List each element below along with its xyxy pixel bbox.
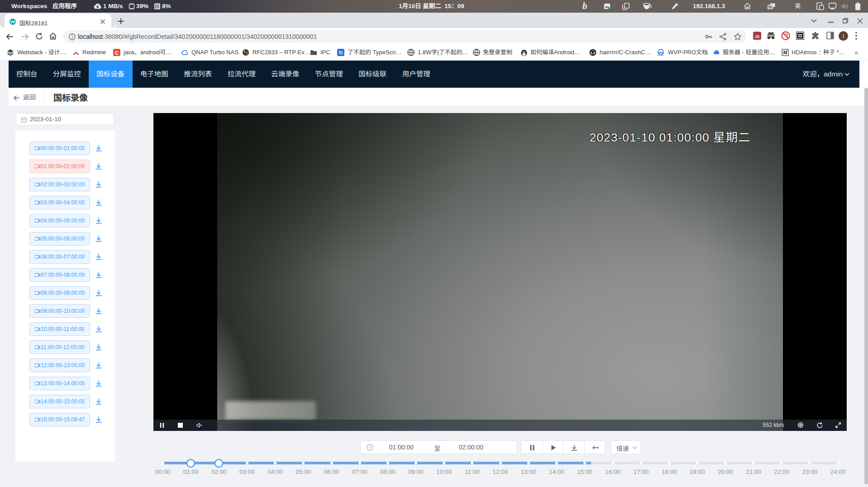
svg-text:知: 知 (339, 49, 343, 56)
svg-text:JS: JS (755, 34, 760, 39)
svg-text:I: I (843, 33, 844, 39)
svg-text:C: C (115, 50, 119, 56)
svg-text:WVP·PRO: WVP·PRO (658, 55, 664, 57)
